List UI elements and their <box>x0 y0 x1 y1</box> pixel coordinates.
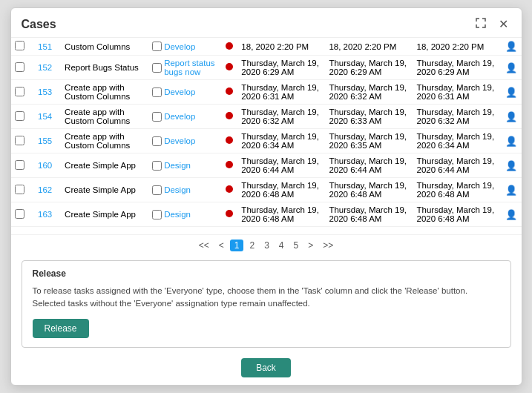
task-checkbox[interactable] <box>152 136 162 146</box>
status-dot <box>226 136 233 144</box>
task-checkbox[interactable] <box>152 161 162 171</box>
row-date2: Thursday, March 19, 2020 6:33 AM <box>325 105 413 129</box>
task-link[interactable]: Develop <box>164 136 195 145</box>
row-checkbox[interactable] <box>15 62 24 72</box>
status-dot <box>226 42 233 50</box>
task-checkbox[interactable] <box>152 185 162 195</box>
status-dot <box>226 63 233 70</box>
expand-button[interactable] <box>472 16 490 33</box>
task-link[interactable]: Develop <box>164 42 195 51</box>
row-date2: Thursday, March 19, 2020 6:35 AM <box>325 129 413 153</box>
row-description: Create app with Custom Columns <box>61 80 148 105</box>
row-checkbox[interactable] <box>15 111 24 121</box>
row-user: 👤 <box>501 178 522 202</box>
page-4-button[interactable]: 4 <box>275 240 288 251</box>
modal-title: Cases <box>22 18 56 31</box>
row-id: 162 <box>29 178 61 202</box>
row-date1: Thursday, March 19, 2020 6:31 AM <box>237 80 325 105</box>
row-status <box>220 178 238 202</box>
first-page-button[interactable]: << <box>195 240 213 251</box>
release-section: Release To release tasks assigned with t… <box>22 260 511 349</box>
row-user: 👤 <box>501 153 522 178</box>
row-user: 👤 <box>501 202 522 227</box>
row-description: Custom Columns <box>61 38 148 56</box>
task-checkbox[interactable] <box>152 112 162 122</box>
row-checkbox-cell <box>11 56 30 80</box>
case-id-link[interactable]: 152 <box>38 63 52 72</box>
row-date1: Thursday, March 19, 2020 6:32 AM <box>237 105 325 129</box>
row-date3: Thursday, March 19, 2020 6:48 AM <box>413 178 500 202</box>
status-dot <box>226 161 233 168</box>
row-user: 👤 <box>501 38 522 56</box>
row-task: Develop <box>148 105 220 129</box>
last-page-button[interactable]: >> <box>319 240 337 251</box>
back-button[interactable]: Back <box>241 358 291 377</box>
case-id-link[interactable]: 153 <box>38 87 52 96</box>
table-row: 163 Create Simple App Design Thursday, M… <box>11 202 522 227</box>
row-user: 👤 <box>501 80 522 105</box>
page-3-button[interactable]: 3 <box>260 240 273 251</box>
row-date3: Thursday, March 19, 2020 6:29 AM <box>413 56 500 80</box>
close-button[interactable]: ✕ <box>496 17 511 32</box>
row-date3: 18, 2020 2:20 PM <box>413 38 500 56</box>
page-2-button[interactable]: 2 <box>246 240 258 251</box>
row-checkbox[interactable] <box>15 41 24 50</box>
row-date1: Thursday, March 19, 2020 6:48 AM <box>237 202 325 227</box>
page-5-button[interactable]: 5 <box>290 240 303 251</box>
row-checkbox[interactable] <box>15 185 24 194</box>
row-description: Create app with Custom Columns <box>61 129 148 153</box>
case-id-link[interactable]: 151 <box>38 42 52 51</box>
row-checkbox[interactable] <box>15 87 24 96</box>
user-icon: 👤 <box>505 87 517 98</box>
current-page[interactable]: 1 <box>230 240 244 251</box>
row-date3: Thursday, March 19, 2020 6:48 AM <box>413 202 500 227</box>
row-checkbox-cell <box>11 153 30 178</box>
task-link[interactable]: Develop <box>164 87 195 96</box>
row-checkbox-cell <box>11 178 30 202</box>
row-task: Design <box>148 153 220 178</box>
row-date3: Thursday, March 19, 2020 6:32 AM <box>413 105 500 129</box>
task-checkbox[interactable] <box>152 87 162 97</box>
row-checkbox-cell <box>11 105 30 129</box>
case-id-link[interactable]: 155 <box>38 136 52 145</box>
row-user: 👤 <box>501 56 522 80</box>
row-task: Report status bugs now <box>148 56 220 80</box>
row-checkbox[interactable] <box>15 160 24 170</box>
task-link[interactable]: Develop <box>164 112 195 121</box>
task-checkbox[interactable] <box>152 42 162 51</box>
user-icon: 👤 <box>505 185 517 196</box>
task-link[interactable]: Design <box>164 210 191 219</box>
task-checkbox[interactable] <box>152 63 162 73</box>
table-container: 151 Custom Columns Develop 18, 2020 2:20… <box>11 38 522 234</box>
row-task: Design <box>148 178 220 202</box>
modal: Cases ✕ 151 Custom Columns <box>10 7 522 386</box>
row-task: Develop <box>148 80 220 105</box>
row-id: 163 <box>29 202 61 227</box>
next-page-button[interactable]: > <box>304 240 317 251</box>
table-row: 162 Create Simple App Design Thursday, M… <box>11 178 522 202</box>
case-id-link[interactable]: 162 <box>38 185 52 194</box>
row-date2: Thursday, March 19, 2020 6:48 AM <box>325 202 413 227</box>
row-description: Report Bugs Status <box>61 56 148 80</box>
table-row: 160 Create Simple App Design Thursday, M… <box>11 153 522 178</box>
row-checkbox[interactable] <box>15 209 24 219</box>
row-date2: Thursday, March 19, 2020 6:48 AM <box>325 178 413 202</box>
task-link[interactable]: Design <box>164 161 191 170</box>
row-checkbox[interactable] <box>15 136 24 145</box>
case-id-link[interactable]: 154 <box>38 112 52 121</box>
task-checkbox[interactable] <box>152 210 162 219</box>
case-id-link[interactable]: 163 <box>38 210 52 219</box>
table-row: 151 Custom Columns Develop 18, 2020 2:20… <box>11 38 522 56</box>
row-checkbox-cell <box>11 129 30 153</box>
case-id-link[interactable]: 160 <box>38 161 52 170</box>
task-link[interactable]: Report status bugs now <box>164 59 217 76</box>
row-id: 151 <box>29 38 61 56</box>
table-row: 153 Create app with Custom Columns Devel… <box>11 80 522 105</box>
user-icon: 👤 <box>505 209 517 220</box>
task-link[interactable]: Design <box>164 185 191 194</box>
row-date1: Thursday, March 19, 2020 6:44 AM <box>237 153 325 178</box>
prev-page-button[interactable]: < <box>215 240 228 251</box>
release-button[interactable]: Release <box>33 319 89 338</box>
table-row: 154 Create app with Custom Columns Devel… <box>11 105 522 129</box>
user-icon: 👤 <box>505 136 517 147</box>
